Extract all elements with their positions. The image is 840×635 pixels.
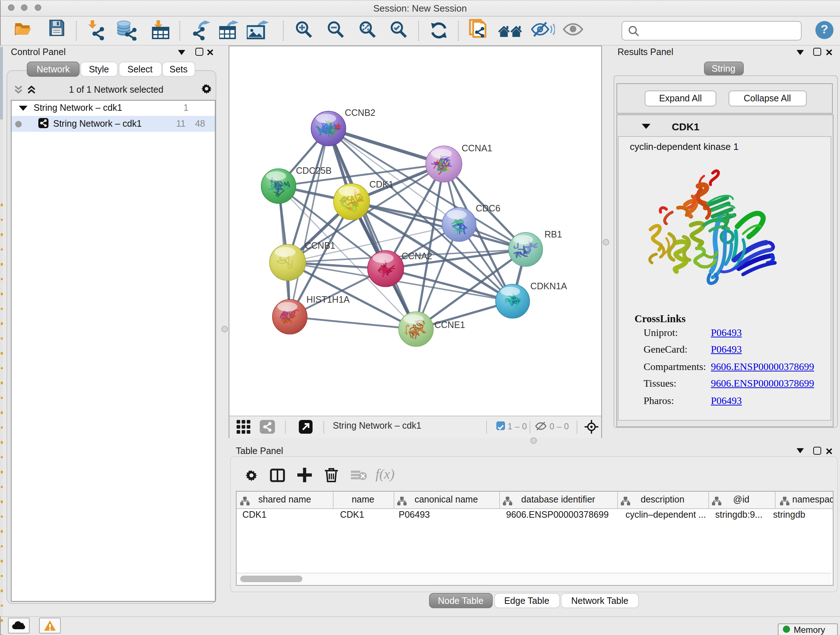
svg-text:CDC6: CDC6 bbox=[475, 203, 500, 213]
svg-text:CCNB1: CCNB1 bbox=[304, 240, 335, 250]
svg-text:HIST1H1A: HIST1H1A bbox=[306, 294, 349, 304]
svg-text:CDKN1A: CDKN1A bbox=[530, 280, 567, 291]
svg-text:CCNA2: CCNA2 bbox=[401, 250, 432, 261]
svg-text:CCNA1: CCNA1 bbox=[461, 143, 492, 153]
svg-text:CDK1: CDK1 bbox=[369, 179, 393, 189]
svg-text:RB1: RB1 bbox=[544, 229, 562, 239]
svg-text:CCNE1: CCNE1 bbox=[434, 319, 465, 329]
svg-text:CCNB2: CCNB2 bbox=[344, 107, 375, 117]
svg-text:CDC25B: CDC25B bbox=[295, 165, 332, 175]
